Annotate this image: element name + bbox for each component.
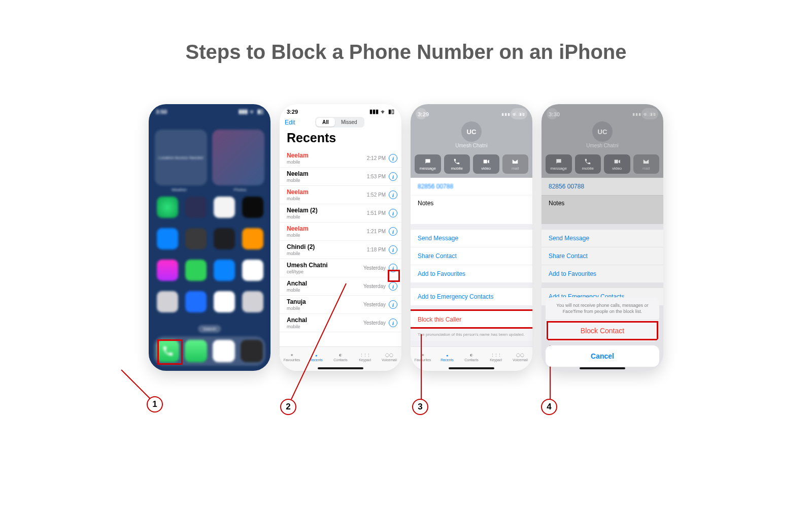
action-video[interactable]: video xyxy=(473,154,499,174)
pronunciation-footer: The pronunciation of this person's name … xyxy=(411,328,532,341)
edit-button[interactable]: Edit xyxy=(285,119,295,126)
messages-app-icon[interactable] xyxy=(185,340,207,362)
call-time: 1:52 PM xyxy=(367,192,386,198)
call-name: Anchal xyxy=(287,316,363,324)
info-icon[interactable]: i xyxy=(389,319,397,327)
action-mail[interactable]: mail xyxy=(502,154,529,174)
call-time: 2:12 PM xyxy=(367,155,386,161)
tab-contacts[interactable]: ◐Contacts xyxy=(459,347,484,368)
notes-label[interactable]: Notes xyxy=(411,196,532,224)
call-sub: mobile xyxy=(287,251,367,256)
call-row[interactable]: AnchalmobileYesterdayi xyxy=(280,314,401,332)
call-row[interactable]: TanujamobileYesterdayi xyxy=(280,296,401,314)
tab-voicemail[interactable]: ◯◯Voicemail xyxy=(377,347,401,368)
call-name: Chindi (2) xyxy=(287,243,367,250)
info-icon[interactable]: i xyxy=(389,282,397,291)
info-icon[interactable]: i xyxy=(389,300,397,309)
call-name: Neelam xyxy=(287,152,367,159)
call-sub: mobile xyxy=(287,233,367,238)
status-time: 3:29 xyxy=(418,111,429,117)
app-icon[interactable] xyxy=(242,228,263,249)
action-call[interactable]: mobile xyxy=(444,154,470,174)
block-action-sheet: You will not receive phone calls, messag… xyxy=(546,297,659,367)
phone-step-2: 3:29 ▮▮▮ ᯤ ▮▯ Edit All Missed Recents Ne… xyxy=(280,104,401,371)
call-time: Yesterday xyxy=(363,320,386,326)
clock-icon: ● xyxy=(315,354,317,357)
call-row[interactable]: Neelammobile1:52 PMi xyxy=(280,186,401,204)
tab-recents[interactable]: ●Recents xyxy=(435,347,459,368)
link-share-contact[interactable]: Share Contact xyxy=(411,247,532,265)
cancel-button[interactable]: Cancel xyxy=(546,345,659,367)
contact-header: 3:29 ▮▮▮ ᯤ ▮▯ ‹ Edit UC Umesh Chatni mes… xyxy=(411,104,532,178)
info-icon[interactable]: i xyxy=(389,172,397,181)
step-number-3: 3 xyxy=(412,399,428,415)
info-icon[interactable]: i xyxy=(389,190,397,199)
tab-contacts[interactable]: ◐Contacts xyxy=(328,347,353,368)
app-icon[interactable] xyxy=(242,260,263,281)
tab-keypad[interactable]: ⋮⋮⋮Keypad xyxy=(484,347,508,368)
tab-favourites[interactable]: ★Favourites xyxy=(411,347,435,368)
call-name: Anchal xyxy=(287,280,363,287)
action-message[interactable]: message xyxy=(415,154,441,174)
app-icon[interactable] xyxy=(242,197,263,218)
phone-icon xyxy=(453,158,461,165)
tab-recents[interactable]: ●Recents xyxy=(304,347,328,368)
app-icon[interactable] xyxy=(157,228,178,249)
app-icon[interactable] xyxy=(185,197,207,218)
info-icon[interactable]: i xyxy=(389,209,397,217)
phone-step-1: 3:50 ▮▮▮ ᯤ ▮▯ Location Access Needed Wea… xyxy=(149,104,270,371)
call-row[interactable]: AnchalmobileYesterdayi xyxy=(280,277,401,296)
call-row[interactable]: Neelammobile1:21 PMi xyxy=(280,223,401,241)
widget-weather[interactable]: Location Access Needed xyxy=(155,130,207,185)
call-row[interactable]: Umesh Chatnicell/typeYesterdayi xyxy=(280,259,401,277)
home-indicator xyxy=(449,367,494,369)
recents-segmented[interactable]: All Missed xyxy=(315,117,364,128)
camera-app-icon[interactable] xyxy=(241,340,263,362)
call-row[interactable]: Chindi (2)mobile1:18 PMi xyxy=(280,241,401,259)
call-row[interactable]: Neelam (2)mobile1:51 PMi xyxy=(280,204,401,223)
info-icon[interactable]: i xyxy=(389,245,397,254)
call-row[interactable]: Neelammobile2:12 PMi xyxy=(280,149,401,168)
call-time: Yesterday xyxy=(363,302,386,307)
tab-voicemail[interactable]: ◯◯Voicemail xyxy=(508,347,532,368)
tab-favourites[interactable]: ★Favourites xyxy=(280,347,304,368)
call-name: Neelam xyxy=(287,188,367,196)
app-icon[interactable] xyxy=(185,291,207,312)
status-icons: ▮▮▮ ᯤ ▮▯ xyxy=(501,111,525,117)
app-icon[interactable] xyxy=(214,291,235,312)
app-icon[interactable] xyxy=(157,197,178,218)
voicemail-icon: ◯◯ xyxy=(385,353,393,357)
app-icon[interactable] xyxy=(214,260,235,281)
seg-missed[interactable]: Missed xyxy=(335,118,363,126)
call-time: 1:21 PM xyxy=(367,229,386,234)
app-icon[interactable] xyxy=(185,228,207,249)
link-send-message[interactable]: Send Message xyxy=(411,229,532,247)
link-add-emergency[interactable]: Add to Emergency Contacts xyxy=(411,288,532,305)
app-icon[interactable] xyxy=(242,291,263,312)
wifi-icon: ᯤ xyxy=(250,109,255,115)
clock-icon: ● xyxy=(446,354,448,357)
app-icon[interactable] xyxy=(157,291,178,312)
phone-number[interactable]: 82856 00788 xyxy=(411,178,532,196)
tab-keypad[interactable]: ⋮⋮⋮Keypad xyxy=(353,347,377,368)
info-icon[interactable]: i xyxy=(389,154,397,163)
sheet-message: You will not receive phone calls, messag… xyxy=(546,297,659,320)
home-indicator xyxy=(318,367,363,369)
phones-row: 3:50 ▮▮▮ ᯤ ▮▯ Location Access Needed Wea… xyxy=(0,104,812,371)
app-icon[interactable] xyxy=(185,260,207,281)
app-icon[interactable] xyxy=(214,197,235,218)
seg-all[interactable]: All xyxy=(316,118,335,126)
safari-app-icon[interactable] xyxy=(213,340,235,362)
call-time: 1:51 PM xyxy=(367,210,386,216)
app-icon[interactable] xyxy=(214,228,235,249)
app-icon[interactable] xyxy=(157,260,178,281)
signal-icon: ▮▮▮ xyxy=(369,108,379,115)
widget-label: Photos xyxy=(210,187,270,192)
home-search[interactable]: Search xyxy=(198,325,221,333)
widget-photos[interactable] xyxy=(212,130,264,185)
call-name: Neelam xyxy=(287,170,367,177)
call-row[interactable]: Neelammobile1:53 PMi xyxy=(280,168,401,186)
info-icon[interactable]: i xyxy=(389,227,397,236)
call-time: 1:53 PM xyxy=(367,174,386,179)
link-add-favourites[interactable]: Add to Favourites xyxy=(411,265,532,282)
